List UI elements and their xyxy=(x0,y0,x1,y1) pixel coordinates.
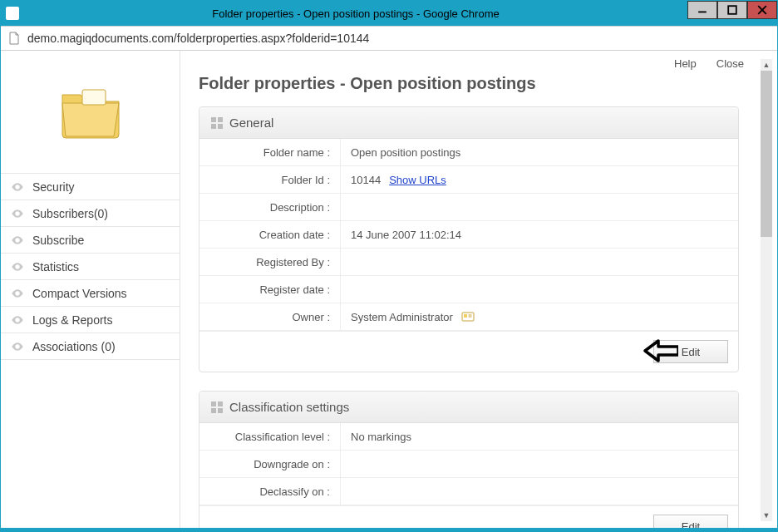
svg-rect-1 xyxy=(728,6,736,14)
page-title: Folder properties - Open position postin… xyxy=(199,74,771,93)
window-titlebar: Folder properties - Open position postin… xyxy=(1,1,777,26)
value-owner: System Administrator xyxy=(351,311,453,323)
edit-general-button[interactable]: Edit xyxy=(653,340,728,363)
svg-rect-13 xyxy=(211,401,216,406)
label-creation-date: Creation date : xyxy=(199,221,341,248)
label-downgrade: Downgrade on : xyxy=(199,451,341,477)
folder-preview xyxy=(1,51,180,174)
scroll-up-icon[interactable]: ▲ xyxy=(761,59,772,71)
value-folder-name: Open position postings xyxy=(341,146,460,159)
eye-icon xyxy=(11,340,24,353)
url-bar[interactable]: demo.magiqdocuments.com/folderproperties… xyxy=(1,26,777,51)
row-register-date: Register date : xyxy=(199,276,738,303)
classification-panel: Classification settings Classification l… xyxy=(199,391,739,528)
svg-rect-5 xyxy=(211,117,216,122)
svg-rect-6 xyxy=(218,117,223,122)
main-content: Help Close Folder properties - Open posi… xyxy=(180,51,777,528)
eye-icon xyxy=(11,207,24,220)
eye-icon xyxy=(11,287,24,300)
sidebar-item-associations[interactable]: Associations (0) xyxy=(1,333,180,360)
value-creation-date: 14 June 2007 11:02:14 xyxy=(341,229,461,241)
edit-classification-button[interactable]: Edit xyxy=(653,515,728,528)
top-links: Help Close xyxy=(674,57,744,70)
sidebar: Security Subscribers(0) Subscribe Statis… xyxy=(1,51,180,528)
sidebar-item-label: Subscribers(0) xyxy=(32,207,108,220)
value-folder-id: 10144 xyxy=(351,174,381,186)
svg-rect-8 xyxy=(218,124,223,129)
sidebar-item-compact-versions[interactable]: Compact Versions xyxy=(1,280,180,307)
sidebar-item-security[interactable]: Security xyxy=(1,174,180,200)
sidebar-item-label: Security xyxy=(32,180,75,194)
label-folder-id: Folder Id : xyxy=(199,166,341,193)
scrollbar[interactable]: ▲ ▼ xyxy=(761,59,772,521)
maximize-button[interactable] xyxy=(717,1,747,19)
label-classification-level: Classification level : xyxy=(199,423,341,450)
close-link[interactable]: Close xyxy=(716,57,744,70)
label-registered-by: Registered By : xyxy=(199,249,341,275)
general-panel-header: General xyxy=(199,107,738,139)
eye-icon xyxy=(11,260,24,273)
minimize-button[interactable] xyxy=(687,1,717,19)
svg-rect-7 xyxy=(211,124,216,129)
sidebar-item-label: Logs & Reports xyxy=(32,313,113,327)
row-description: Description : xyxy=(199,194,738,221)
sidebar-item-subscribers[interactable]: Subscribers(0) xyxy=(1,200,180,227)
folder-icon xyxy=(57,81,124,143)
svg-rect-15 xyxy=(211,408,216,413)
sidebar-item-label: Subscribe xyxy=(32,234,84,247)
show-urls-link[interactable]: Show URLs xyxy=(389,174,446,186)
app-icon xyxy=(6,7,19,20)
sidebar-item-statistics[interactable]: Statistics xyxy=(1,254,180,280)
sidebar-item-subscribe[interactable]: Subscribe xyxy=(1,227,180,254)
label-description: Description : xyxy=(199,194,341,220)
classification-panel-footer: Edit xyxy=(199,505,738,528)
scroll-down-icon[interactable]: ▼ xyxy=(761,510,772,521)
row-registered-by: Registered By : xyxy=(199,249,738,276)
sidebar-item-label: Compact Versions xyxy=(32,287,127,300)
svg-rect-4 xyxy=(82,90,106,105)
scroll-thumb[interactable] xyxy=(761,71,772,237)
panel-icon xyxy=(211,117,223,129)
row-folder-id: Folder Id : 10144 Show URLs xyxy=(199,166,738,194)
page-icon xyxy=(7,32,21,45)
general-panel: General Folder name : Open position post… xyxy=(199,106,739,372)
url-text: demo.magiqdocuments.com/folderproperties… xyxy=(27,32,369,45)
sidebar-item-logs-reports[interactable]: Logs & Reports xyxy=(1,307,180,333)
general-panel-title: General xyxy=(229,116,273,130)
svg-rect-10 xyxy=(464,314,467,318)
row-downgrade: Downgrade on : xyxy=(199,451,738,478)
row-folder-name: Folder name : Open position postings xyxy=(199,139,738,166)
sidebar-item-label: Associations (0) xyxy=(32,340,116,353)
sidebar-nav: Security Subscribers(0) Subscribe Statis… xyxy=(1,174,180,360)
sidebar-item-label: Statistics xyxy=(32,260,79,273)
help-link[interactable]: Help xyxy=(674,57,697,70)
label-register-date: Register date : xyxy=(199,276,341,303)
eye-icon xyxy=(11,234,24,247)
label-folder-name: Folder name : xyxy=(199,139,341,165)
eye-icon xyxy=(11,313,24,327)
svg-rect-14 xyxy=(218,401,223,406)
close-window-button[interactable] xyxy=(747,1,777,19)
row-declassify: Declassify on : xyxy=(199,478,738,505)
classification-panel-title: Classification settings xyxy=(229,400,349,414)
label-declassify: Declassify on : xyxy=(199,478,341,505)
eye-icon xyxy=(11,180,24,194)
row-owner: Owner : System Administrator xyxy=(199,303,738,331)
svg-rect-16 xyxy=(218,408,223,413)
row-classification-level: Classification level : No markings xyxy=(199,423,738,451)
owner-card-icon[interactable] xyxy=(461,310,475,323)
label-owner: Owner : xyxy=(199,303,341,330)
window-title: Folder properties - Open position postin… xyxy=(24,7,687,20)
panel-icon xyxy=(211,401,223,413)
row-creation-date: Creation date : 14 June 2007 11:02:14 xyxy=(199,221,738,249)
window-controls xyxy=(687,1,777,26)
classification-panel-header: Classification settings xyxy=(199,392,738,423)
general-panel-footer: Edit xyxy=(199,331,738,372)
value-classification-level: No markings xyxy=(341,431,411,443)
